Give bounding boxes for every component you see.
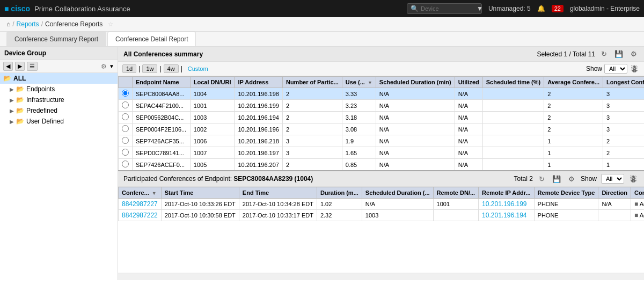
- radio-cell[interactable]: [119, 100, 133, 112]
- th-sched-dur[interactable]: Scheduled Duration (...: [362, 187, 433, 199]
- participated-show-select[interactable]: All: [601, 174, 624, 184]
- endpoint-name-cell: SEPD0C789141...: [133, 147, 191, 159]
- alert-badge[interactable]: 22: [552, 5, 564, 12]
- conf-id-cell[interactable]: 8842987227: [119, 199, 162, 210]
- radio-cell[interactable]: [119, 88, 133, 100]
- th-utilized[interactable]: Utilized: [455, 77, 482, 88]
- endpoint-radio[interactable]: [122, 113, 129, 120]
- endpoint-radio[interactable]: [122, 161, 129, 168]
- endpoint-radio[interactable]: [122, 125, 129, 132]
- th-end-time[interactable]: End Time: [239, 187, 317, 199]
- remote-ip-cell[interactable]: 10.201.196.194: [479, 210, 534, 221]
- radio-cell[interactable]: [119, 147, 133, 159]
- radio-cell[interactable]: [119, 123, 133, 135]
- remote-ip-cell[interactable]: 10.201.196.199: [479, 199, 534, 210]
- local-dn-cell: 1002: [190, 123, 235, 135]
- th-use[interactable]: Use (... ▼: [342, 77, 376, 88]
- th-remote-dn[interactable]: Remote DN/...: [433, 187, 479, 199]
- settings-icon[interactable]: ⚙: [629, 49, 639, 59]
- home-icon[interactable]: ⌂: [6, 20, 10, 28]
- th-remote-dev-type[interactable]: Remote Device Type: [534, 187, 598, 199]
- participated-settings-icon[interactable]: ⚙: [567, 174, 576, 184]
- participated-total: Total 2: [514, 175, 533, 183]
- list-item[interactable]: 8842987227 2017-Oct-10 10:33:26 EDT 2017…: [119, 199, 645, 210]
- conf-id-cell[interactable]: 8842987222: [119, 210, 162, 221]
- endpoint-radio[interactable]: [122, 149, 129, 156]
- table-row[interactable]: SEPD0C789141... 1007 10.201.196.197 3 1.…: [119, 147, 645, 159]
- folder-icon-infrastructure: 📂: [16, 96, 24, 104]
- endpoint-radio[interactable]: [122, 101, 129, 108]
- th-ip-address[interactable]: IP Address: [235, 77, 282, 88]
- summary-toolbar: 1d | 1w | 4w | Custom Show All ⛇: [118, 62, 644, 76]
- bottom-scrollbar[interactable]: [118, 273, 644, 280]
- endpoint-radio[interactable]: [122, 90, 129, 97]
- back-button[interactable]: ◀: [3, 62, 13, 71]
- radio-cell[interactable]: [119, 112, 133, 123]
- expand-icon-predefined: ▶: [10, 108, 14, 114]
- table-row[interactable]: SEP7426ACEF0... 1005 10.201.196.207 2 0.…: [119, 159, 645, 171]
- show-row: Show All ⛇: [586, 64, 640, 74]
- th-remote-ip[interactable]: Remote IP Addr...: [479, 187, 534, 199]
- th-endpoint-name[interactable]: Endpoint Name: [133, 77, 191, 88]
- export-icon[interactable]: 💾: [613, 49, 625, 59]
- endpoint-radio[interactable]: [122, 137, 129, 144]
- show-select[interactable]: All: [604, 64, 627, 74]
- search-input[interactable]: [421, 5, 474, 12]
- utilized-cell: N/A: [455, 159, 482, 171]
- tree-item-infrastructure[interactable]: ▶ 📂 Infrastructure: [0, 94, 118, 105]
- scheduled-dur-cell: N/A: [376, 112, 455, 123]
- time-1w[interactable]: 1w: [142, 64, 157, 73]
- avg-conf-cell: 1: [544, 147, 603, 159]
- tree-item-endpoints[interactable]: ▶ 📂 Endpoints: [0, 84, 118, 94]
- tree-item-user-defined[interactable]: ▶ 📂 User Defined: [0, 116, 118, 127]
- th-start-time[interactable]: Start Time: [161, 187, 239, 199]
- scheduled-dur-cell: N/A: [376, 123, 455, 135]
- participated-table: Confere... ▼ Start Time End Time Duratio…: [118, 187, 644, 221]
- time-custom[interactable]: Custom: [185, 65, 211, 72]
- search-dropdown-icon[interactable]: ▼: [477, 5, 483, 12]
- tab-conference-summary[interactable]: Conference Summary Report: [6, 32, 106, 46]
- radio-cell[interactable]: [119, 159, 133, 171]
- table-row[interactable]: SEPAC44F2100... 1001 10.201.196.199 2 3.…: [119, 100, 645, 112]
- participants-cell: 2: [282, 88, 342, 100]
- table-row[interactable]: SEP0004F2E106... 1002 10.201.196.196 2 3…: [119, 123, 645, 135]
- device-group-dropdown-icon[interactable]: ▼: [109, 63, 114, 69]
- scheduled-dur-cell: N/A: [376, 88, 455, 100]
- th-local-dn[interactable]: Local DN/URI: [190, 77, 235, 88]
- th-direction[interactable]: Direction: [598, 187, 631, 199]
- tab-conference-detail[interactable]: Conference Detail Report: [107, 32, 196, 46]
- tree-item-predefined[interactable]: ▶ 📂 Predefined: [0, 105, 118, 116]
- breadcrumb-reports[interactable]: Reports: [17, 20, 39, 28]
- table-row[interactable]: SEPC80084AA8... 1004 10.201.196.198 2 3.…: [119, 88, 645, 100]
- participated-export-icon[interactable]: 💾: [551, 174, 562, 184]
- th-duration[interactable]: Duration (m...: [317, 187, 362, 199]
- participated-refresh-icon[interactable]: ↻: [537, 174, 546, 184]
- radio-cell[interactable]: [119, 135, 133, 147]
- search-box[interactable]: 🔍 ▼: [407, 3, 482, 14]
- table-row[interactable]: SEP7426ACF35... 1006 10.201.196.218 3 1.…: [119, 135, 645, 147]
- th-conf-type[interactable]: Conferenc...: [631, 187, 644, 199]
- forward-button[interactable]: ▶: [15, 62, 25, 71]
- th-conf-id[interactable]: Confere... ▼: [119, 187, 162, 199]
- th-longest-conf[interactable]: Longest Confere...: [603, 77, 644, 88]
- th-scheduled-dur[interactable]: Scheduled Duration (min): [376, 77, 455, 88]
- top-nav: ■ cisco Prime Collaboration Assurance 🔍 …: [0, 0, 644, 17]
- avg-conf-cell: 2: [544, 88, 603, 100]
- tree-item-all[interactable]: 📂 ALL: [0, 73, 118, 84]
- list-button[interactable]: ☰: [27, 62, 38, 71]
- table-row[interactable]: SEP00562B04C... 1003 10.201.196.194 2 3.…: [119, 112, 645, 123]
- th-avg-conf[interactable]: Average Confere...: [544, 77, 603, 88]
- time-4w[interactable]: 4w: [164, 64, 179, 73]
- filter-icon[interactable]: ⛇: [630, 64, 640, 74]
- th-participants[interactable]: Number of Partic...: [282, 77, 342, 88]
- search-icon: 🔍: [411, 5, 419, 12]
- scheduled-dur-cell: N/A: [376, 159, 455, 171]
- refresh-icon[interactable]: ↻: [599, 49, 609, 59]
- th-scheduled-time[interactable]: Scheduled time (%): [482, 77, 544, 88]
- participated-filter-icon[interactable]: ⛇: [628, 174, 639, 184]
- device-group-settings-icon[interactable]: ⚙: [101, 63, 107, 70]
- favorite-icon[interactable]: ☆: [108, 20, 114, 28]
- time-1d[interactable]: 1d: [122, 64, 136, 73]
- use-cell: 3.08: [342, 123, 376, 135]
- list-item[interactable]: 8842987222 2017-Oct-10 10:30:58 EDT 2017…: [119, 210, 645, 221]
